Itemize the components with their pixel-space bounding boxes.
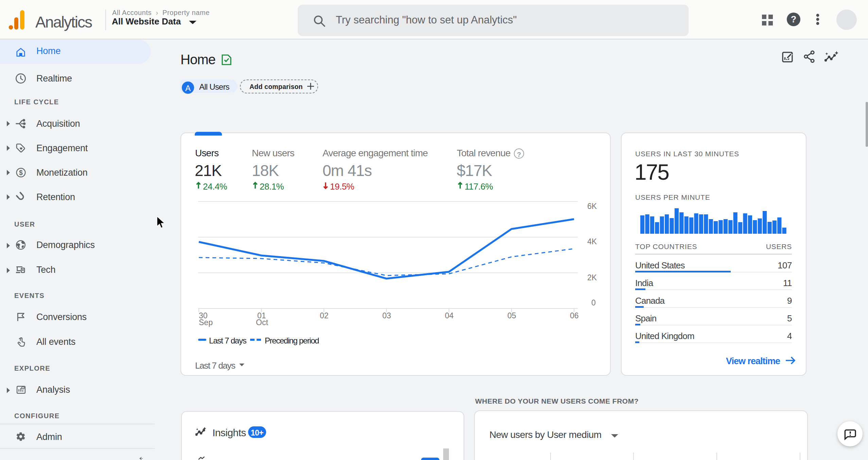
svg-text:$: $	[19, 169, 23, 176]
